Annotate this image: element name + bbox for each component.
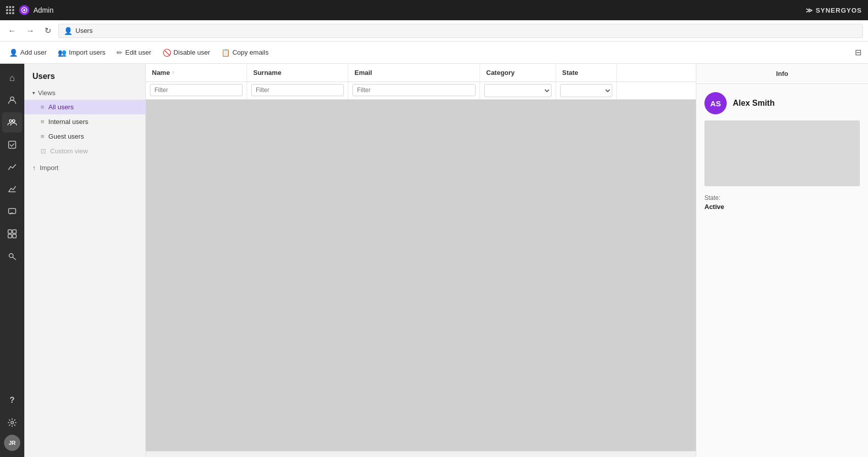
forward-button[interactable]: → — [23, 24, 37, 37]
disable-user-icon: 🚫 — [163, 49, 171, 57]
sidebar: Users ▾ Views ≡ All users ≡ Internal use… — [24, 64, 146, 457]
import-users-button[interactable]: 👥 Import users — [53, 46, 110, 59]
import-users-icon: 👥 — [58, 49, 66, 57]
svg-point-3 — [10, 120, 12, 122]
content-area: Name ↑ Surname Email Category State — [146, 64, 696, 457]
filter-input-email[interactable] — [352, 84, 476, 96]
import-label: Import — [40, 164, 59, 172]
nav-item-group[interactable] — [2, 112, 22, 133]
svg-rect-5 — [9, 141, 16, 148]
nav-item-settings[interactable] — [2, 412, 22, 433]
col-category-label: Category — [486, 69, 515, 76]
edit-user-label: Edit user — [125, 49, 151, 56]
col-header-email[interactable]: Email — [348, 64, 480, 81]
filter-cell-surname — [247, 82, 348, 99]
panel-toggle-button[interactable]: ⊟ — [852, 45, 864, 60]
nav-item-help[interactable]: ? — [2, 390, 22, 410]
sidebar-item-all-users[interactable]: ≡ All users — [24, 100, 145, 114]
filter-select-state[interactable] — [560, 84, 612, 97]
nav-item-reports[interactable] — [2, 179, 22, 199]
sort-arrow-name: ↑ — [172, 70, 174, 75]
address-bar[interactable]: 👤 Users — [58, 24, 863, 38]
col-surname-label: Surname — [253, 69, 282, 76]
import-icon: ↑ — [32, 164, 36, 172]
col-header-name[interactable]: Name ↑ — [146, 64, 247, 81]
sidebar-item-label-guest-users: Guest users — [49, 133, 84, 140]
col-header-category[interactable]: Category — [480, 64, 556, 81]
svg-rect-8 — [13, 230, 16, 233]
brand-logo-mark: ≫ — [806, 7, 813, 14]
list-icon-guest-users: ≡ — [41, 133, 45, 140]
svg-rect-9 — [8, 234, 12, 238]
svg-point-1 — [23, 9, 25, 11]
user-avatar-initials: JR — [9, 440, 16, 446]
add-user-label: Add user — [20, 49, 47, 56]
info-state-label: State: — [704, 194, 860, 201]
svg-rect-7 — [8, 230, 12, 233]
info-avatar-initials: AS — [711, 99, 721, 108]
info-state-value: Active — [704, 203, 860, 211]
copy-emails-icon: 📋 — [221, 49, 230, 57]
list-icon-custom-view: ⊡ — [41, 147, 46, 155]
svg-rect-10 — [13, 234, 16, 238]
table-scrollbar[interactable] — [146, 451, 696, 457]
nav-bar: ← → ↻ 👤 Users — [0, 20, 868, 41]
top-bar: Admin ≫ SYNERGYOS — [0, 0, 868, 20]
sidebar-item-internal-users[interactable]: ≡ Internal users — [24, 114, 145, 129]
filter-row — [146, 82, 696, 100]
nav-item-key[interactable] — [2, 246, 22, 266]
views-section-header[interactable]: ▾ Views — [24, 86, 145, 100]
nav-item-home[interactable]: ⌂ — [2, 68, 22, 88]
grid-icon[interactable] — [6, 6, 14, 14]
sidebar-item-guest-users[interactable]: ≡ Guest users — [24, 129, 145, 144]
top-bar-left: Admin — [6, 5, 54, 15]
list-icon-all-users: ≡ — [41, 103, 45, 111]
table-container: Name ↑ Surname Email Category State — [146, 64, 696, 457]
edit-user-button[interactable]: ✏ Edit user — [111, 46, 156, 59]
nav-item-analytics[interactable] — [2, 157, 22, 177]
info-panel: Info AS Alex Smith State: Active — [696, 64, 868, 457]
copy-emails-label: Copy emails — [232, 49, 269, 56]
left-nav: ⌂ ? JR — [0, 64, 24, 457]
nav-item-user[interactable] — [2, 90, 22, 110]
info-state-section: State: Active — [696, 194, 868, 211]
back-button[interactable]: ← — [5, 24, 19, 37]
copy-emails-button[interactable]: 📋 Copy emails — [216, 46, 274, 59]
user-avatar-nav[interactable]: JR — [4, 435, 20, 451]
top-bar-right: ≫ SYNERGYOS — [806, 7, 862, 14]
address-user-icon: 👤 — [64, 27, 72, 35]
address-text: Users — [75, 27, 93, 34]
add-user-icon: 👤 — [9, 49, 18, 57]
disable-user-button[interactable]: 🚫 Disable user — [157, 46, 215, 59]
col-name-label: Name — [152, 69, 170, 76]
sidebar-item-custom-view[interactable]: ⊡ Custom view — [24, 144, 145, 158]
filter-cell-state — [556, 82, 617, 99]
edit-user-icon: ✏ — [116, 49, 123, 57]
filter-select-category[interactable] — [484, 84, 551, 97]
nav-item-dashboard[interactable] — [2, 224, 22, 244]
sidebar-item-label-internal-users: Internal users — [49, 118, 89, 126]
refresh-button[interactable]: ↻ — [42, 24, 54, 37]
brand-logo: ≫ SYNERGYOS — [806, 7, 862, 14]
col-header-state[interactable]: State — [556, 64, 617, 81]
svg-point-4 — [13, 120, 15, 122]
brand-name: SYNERGYOS — [816, 7, 862, 14]
sidebar-item-label-all-users: All users — [49, 103, 74, 111]
table-body — [146, 100, 696, 451]
toolbar: 👤 Add user 👥 Import users ✏ Edit user 🚫 … — [0, 41, 868, 64]
app-logo: Admin — [19, 5, 54, 15]
filter-input-name[interactable] — [150, 84, 243, 96]
sidebar-item-label-custom-view: Custom view — [50, 147, 88, 155]
views-chevron-icon: ▾ — [32, 90, 35, 96]
info-panel-title: Info — [696, 64, 868, 84]
add-user-button[interactable]: 👤 Add user — [4, 46, 52, 59]
info-user-name: Alex Smith — [733, 99, 775, 108]
list-icon-internal-users: ≡ — [41, 118, 45, 126]
info-user-header: AS Alex Smith — [696, 84, 868, 120]
filter-input-surname[interactable] — [251, 84, 344, 96]
info-image-placeholder — [704, 120, 860, 186]
nav-item-chat[interactable] — [2, 201, 22, 222]
nav-item-tasks[interactable] — [2, 135, 22, 155]
col-header-surname[interactable]: Surname — [247, 64, 348, 81]
sidebar-import[interactable]: ↑ Import — [24, 160, 145, 175]
